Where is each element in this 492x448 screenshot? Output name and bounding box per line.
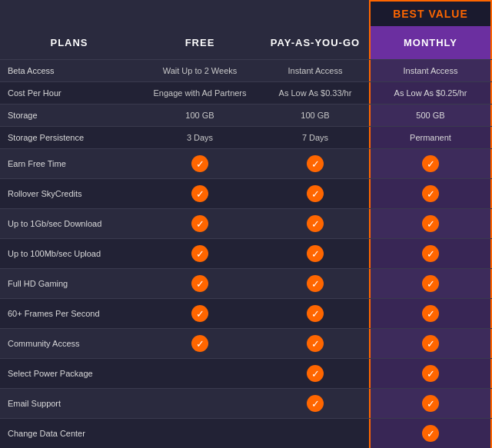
row-label: Community Access	[0, 329, 138, 358]
row-paygo: ✓	[261, 149, 369, 178]
table-row: Cost Per HourEngage with Ad PartnersAs L…	[0, 81, 492, 104]
table-row: Up to 100Mb/sec Upload✓✓✓	[0, 238, 492, 268]
checkmark-icon: ✓	[191, 245, 208, 262]
table-row: 60+ Frames Per Second✓✓✓	[0, 298, 492, 328]
row-label: Select Power Package	[0, 359, 138, 388]
row-paygo: ✓	[261, 209, 369, 238]
row-free: ✓	[138, 149, 261, 178]
checkmark-icon: ✓	[191, 215, 208, 232]
row-free: Wait Up to 2 Weeks	[138, 60, 261, 81]
row-free	[138, 389, 261, 418]
best-value-banner: BEST VALUE	[369, 0, 492, 26]
row-monthly: ✓	[369, 179, 492, 208]
row-label: Storage	[0, 105, 138, 126]
row-monthly: ✓	[369, 149, 492, 178]
pricing-table: BEST VALUE PLANS FREE PAY-AS-YOU-GO MONT…	[0, 0, 492, 448]
col-header-free: FREE	[138, 26, 261, 59]
table-row: Change Data Center✓	[0, 418, 492, 448]
row-label: Storage Persistence	[0, 127, 138, 148]
row-paygo: ✓	[261, 329, 369, 358]
checkmark-icon: ✓	[191, 275, 208, 292]
col-header-plans: PLANS	[0, 26, 138, 59]
row-paygo: ✓	[261, 269, 369, 298]
checkmark-icon: ✓	[307, 215, 324, 232]
row-free: 3 Days	[138, 127, 261, 148]
row-label: Up to 100Mb/sec Upload	[0, 239, 138, 268]
checkmark-icon: ✓	[422, 245, 439, 262]
table-row: Rollover SkyCredits✓✓✓	[0, 178, 492, 208]
row-paygo: 7 Days	[261, 127, 369, 148]
row-monthly: ✓	[369, 389, 492, 418]
row-label: Full HD Gaming	[0, 269, 138, 298]
checkmark-icon: ✓	[422, 305, 439, 322]
row-free: 100 GB	[138, 105, 261, 126]
table-row: Beta AccessWait Up to 2 WeeksInstant Acc…	[0, 59, 492, 81]
table-row: Earn Free Time✓✓✓	[0, 148, 492, 178]
checkmark-icon: ✓	[307, 275, 324, 292]
checkmark-icon: ✓	[307, 155, 324, 172]
rows-container: Beta AccessWait Up to 2 WeeksInstant Acc…	[0, 59, 492, 448]
table-row: Community Access✓✓✓	[0, 328, 492, 358]
row-label: Cost Per Hour	[0, 82, 138, 104]
checkmark-icon: ✓	[307, 395, 324, 412]
column-headers: PLANS FREE PAY-AS-YOU-GO MONTHLY	[0, 26, 492, 59]
checkmark-icon: ✓	[191, 305, 208, 322]
row-label: Change Data Center	[0, 419, 138, 448]
row-free: Engage with Ad Partners	[138, 82, 261, 104]
checkmark-icon: ✓	[307, 365, 324, 382]
col-header-monthly: MONTHLY	[369, 26, 492, 59]
row-monthly: As Low As $0.25/hr	[369, 82, 492, 104]
row-monthly: ✓	[369, 419, 492, 448]
row-monthly: ✓	[369, 329, 492, 358]
table-row: Email Support✓✓	[0, 388, 492, 418]
row-monthly: ✓	[369, 269, 492, 298]
row-free: ✓	[138, 179, 261, 208]
row-free: ✓	[138, 209, 261, 238]
row-free	[138, 419, 261, 448]
table-row: Select Power Package✓✓	[0, 358, 492, 388]
checkmark-icon: ✓	[422, 335, 439, 352]
row-paygo: ✓	[261, 359, 369, 388]
checkmark-icon: ✓	[422, 425, 439, 442]
checkmark-icon: ✓	[191, 185, 208, 202]
table-row: Storage Persistence3 Days7 DaysPermanent	[0, 126, 492, 148]
row-paygo: As Low As $0.33/hr	[261, 82, 369, 104]
row-monthly: ✓	[369, 299, 492, 328]
checkmark-icon: ✓	[422, 215, 439, 232]
row-monthly: ✓	[369, 359, 492, 388]
checkmark-icon: ✓	[422, 275, 439, 292]
table-row: Full HD Gaming✓✓✓	[0, 268, 492, 298]
checkmark-icon: ✓	[307, 185, 324, 202]
checkmark-icon: ✓	[191, 155, 208, 172]
checkmark-icon: ✓	[191, 335, 208, 352]
row-label: 60+ Frames Per Second	[0, 299, 138, 328]
best-value-row: BEST VALUE	[0, 0, 492, 26]
row-paygo: ✓	[261, 179, 369, 208]
checkmark-icon: ✓	[422, 155, 439, 172]
row-free	[138, 359, 261, 388]
row-label: Earn Free Time	[0, 149, 138, 178]
row-paygo: ✓	[261, 389, 369, 418]
row-free: ✓	[138, 269, 261, 298]
row-paygo	[261, 419, 369, 448]
checkmark-icon: ✓	[307, 305, 324, 322]
checkmark-icon: ✓	[307, 335, 324, 352]
row-label: Beta Access	[0, 60, 138, 81]
row-label: Up to 1Gb/sec Download	[0, 209, 138, 238]
row-monthly: Permanent	[369, 127, 492, 148]
row-paygo: 100 GB	[261, 105, 369, 126]
row-paygo: ✓	[261, 239, 369, 268]
row-paygo: Instant Access	[261, 60, 369, 81]
row-monthly: 500 GB	[369, 105, 492, 126]
checkmark-icon: ✓	[422, 395, 439, 412]
checkmark-icon: ✓	[422, 365, 439, 382]
row-free: ✓	[138, 329, 261, 358]
table-row: Up to 1Gb/sec Download✓✓✓	[0, 208, 492, 238]
row-label: Email Support	[0, 389, 138, 418]
row-monthly: Instant Access	[369, 60, 492, 81]
best-value-label: BEST VALUE	[393, 8, 468, 20]
checkmark-icon: ✓	[307, 245, 324, 262]
checkmark-icon: ✓	[422, 185, 439, 202]
row-paygo: ✓	[261, 299, 369, 328]
table-row: Storage100 GB100 GB500 GB	[0, 104, 492, 126]
